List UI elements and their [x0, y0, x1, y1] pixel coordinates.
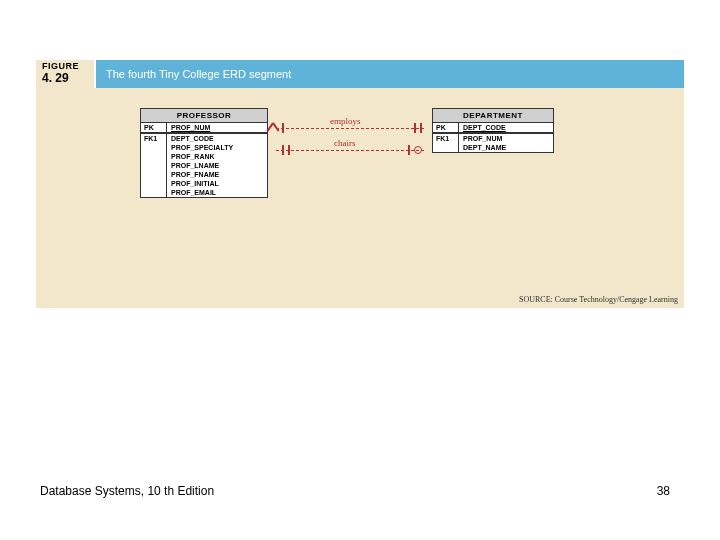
cardinality-zero-icon — [414, 146, 422, 154]
figure-title: The fourth Tiny College ERD segment — [96, 60, 684, 88]
cardinality-bar-icon — [282, 123, 284, 133]
attr: PROF_SPECIALTY — [167, 143, 267, 152]
attr: DEPT_CODE — [167, 134, 267, 143]
entity-professor: PROFESSOR PK PROF_NUM FK1 DEPT_CODE PROF… — [140, 108, 268, 198]
figure-header: FIGURE 4. 29 The fourth Tiny College ERD… — [36, 60, 684, 88]
attr: PROF_RANK — [167, 152, 267, 161]
entity-professor-header: PROFESSOR — [141, 109, 267, 123]
pk-label: PK — [433, 123, 459, 132]
attr: PROF_NUM — [459, 134, 553, 143]
source-credit: SOURCE: Course Technology/Cengage Learni… — [519, 295, 678, 304]
attr: PROF_INITIAL — [167, 179, 267, 188]
attr: PROF_LNAME — [167, 161, 267, 170]
footer-book-title: Database Systems, 10 th Edition — [40, 484, 214, 498]
figure-number: 4. 29 — [42, 72, 88, 85]
cardinality-bar-icon — [420, 123, 422, 133]
pk-attr: PROF_NUM — [167, 123, 267, 132]
pk-label: PK — [141, 123, 167, 132]
attr: PROF_EMAIL — [167, 188, 267, 197]
attr: DEPT_NAME — [459, 143, 553, 152]
cardinality-bar-icon — [288, 145, 290, 155]
relationship-employs-line — [276, 128, 424, 129]
diagram-body: PROFESSOR PK PROF_NUM FK1 DEPT_CODE PROF… — [36, 88, 684, 308]
figure-container: FIGURE 4. 29 The fourth Tiny College ERD… — [36, 60, 684, 308]
relationship-employs-label: employs — [330, 116, 361, 126]
page-number: 38 — [657, 484, 670, 498]
crowsfoot-many-icon — [268, 122, 278, 134]
entity-department-header: DEPARTMENT — [433, 109, 553, 123]
cardinality-bar-icon — [282, 145, 284, 155]
fk-label: FK1 — [433, 134, 459, 143]
fk-label: FK1 — [141, 134, 167, 143]
attr: PROF_FNAME — [167, 170, 267, 179]
relationship-chairs-label: chairs — [334, 138, 356, 148]
cardinality-bar-icon — [408, 145, 410, 155]
figure-number-box: FIGURE 4. 29 — [36, 60, 96, 88]
pk-attr: DEPT_CODE — [459, 123, 553, 132]
entity-department: DEPARTMENT PK DEPT_CODE FK1 PROF_NUM DEP… — [432, 108, 554, 153]
cardinality-bar-icon — [414, 123, 416, 133]
relationship-chairs-line — [276, 150, 424, 151]
